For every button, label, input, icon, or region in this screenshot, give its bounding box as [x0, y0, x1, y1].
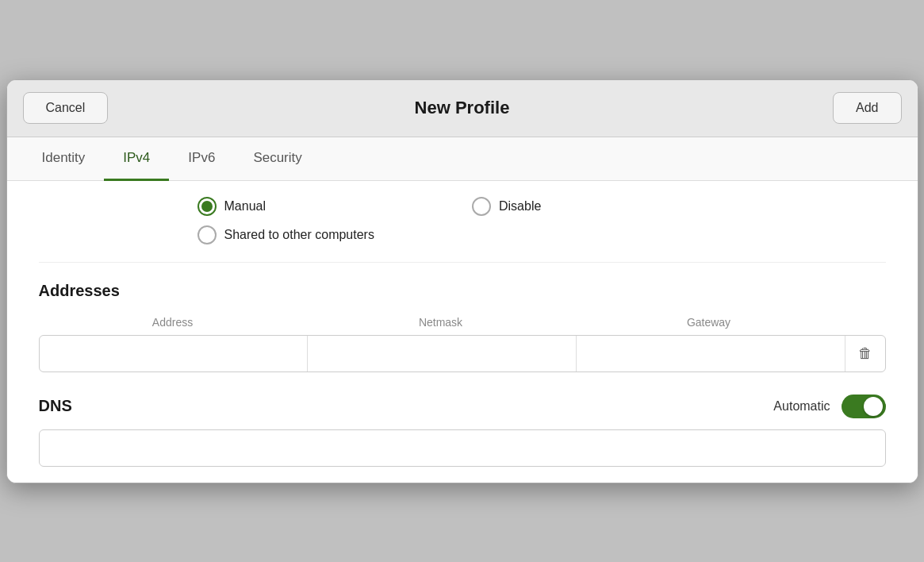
radio-row-2: Shared to other computers [39, 225, 886, 244]
gateway-col-header: Gateway [575, 313, 843, 332]
radio-row-1: Manual Disable [39, 197, 886, 216]
address-col-header: Address [39, 313, 307, 332]
radio-shared-label: Shared to other computers [224, 228, 374, 242]
tab-bar: Identity IPv4 IPv6 Security [7, 137, 918, 181]
netmask-input[interactable] [308, 336, 577, 371]
dialog-title: New Profile [415, 98, 510, 118]
method-section: Manual Disable Shared to other computers [39, 181, 886, 263]
radio-manual-outer [197, 197, 217, 216]
radio-shared-outer [197, 225, 217, 244]
address-row: 🗑 [39, 335, 886, 372]
delete-row-button[interactable]: 🗑 [845, 336, 885, 371]
radio-manual[interactable]: Manual [197, 197, 266, 216]
tab-ipv6[interactable]: IPv6 [169, 137, 234, 181]
tab-security[interactable]: Security [234, 137, 320, 181]
radio-shared[interactable]: Shared to other computers [197, 225, 374, 244]
dns-title: DNS [39, 397, 72, 415]
radio-disable-outer [472, 197, 491, 216]
tab-ipv4[interactable]: IPv4 [104, 137, 169, 181]
dns-header: DNS Automatic [39, 395, 886, 418]
radio-disable[interactable]: Disable [472, 197, 541, 216]
addresses-title: Addresses [39, 282, 886, 300]
radio-disable-label: Disable [499, 199, 541, 214]
dns-automatic-control: Automatic [773, 395, 885, 418]
gateway-input[interactable] [577, 336, 845, 371]
dns-input[interactable] [39, 429, 886, 467]
dialog-header: Cancel New Profile Add [7, 80, 918, 137]
trash-icon: 🗑 [858, 345, 872, 362]
addresses-column-headers: Address Netmask Gateway [39, 313, 886, 332]
radio-manual-label: Manual [224, 199, 266, 214]
addresses-section: Addresses Address Netmask Gateway 🗑 [39, 282, 886, 372]
radio-shared-wrapper: Shared to other computers [197, 225, 374, 244]
dns-automatic-toggle[interactable] [842, 395, 886, 418]
tab-identity[interactable]: Identity [23, 137, 105, 181]
tab-content: Manual Disable Shared to other computers [7, 181, 918, 483]
new-profile-dialog: Cancel New Profile Add Identity IPv4 IPv… [6, 79, 918, 483]
netmask-col-header: Netmask [307, 313, 575, 332]
cancel-button[interactable]: Cancel [23, 92, 109, 124]
add-button[interactable]: Add [833, 92, 901, 124]
dns-automatic-label: Automatic [773, 399, 830, 414]
radio-row-top: Manual Disable [197, 197, 542, 216]
address-input[interactable] [40, 336, 309, 371]
radio-manual-inner [201, 201, 213, 212]
header-content: Cancel New Profile Add [23, 92, 902, 124]
dns-section: DNS Automatic [39, 395, 886, 467]
toggle-knob [864, 397, 883, 416]
